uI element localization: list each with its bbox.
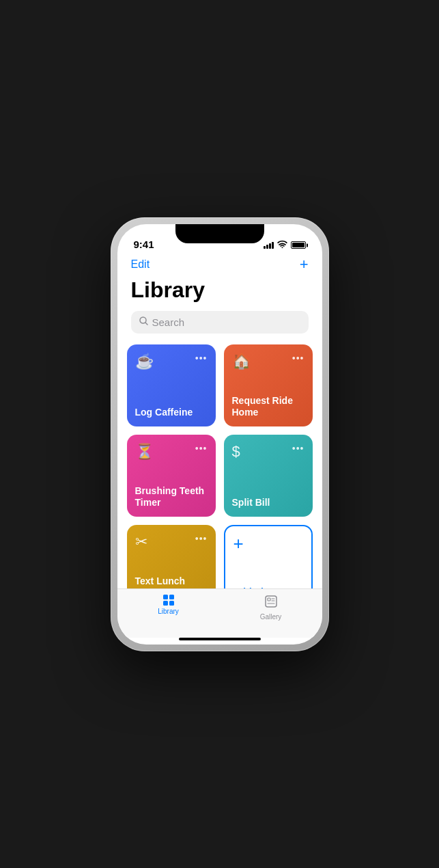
signal-icon <box>264 242 274 249</box>
status-time: 9:41 <box>134 239 154 250</box>
split-bill-icon: $ <box>232 443 240 461</box>
brushing-teeth-icon: ⏳ <box>135 443 154 461</box>
text-lunch-title: Text Lunch Order <box>135 575 208 588</box>
request-ride-menu[interactable]: ••• <box>292 353 305 364</box>
shortcut-card-split-bill[interactable]: $ ••• Split Bill <box>224 435 313 517</box>
log-caffeine-menu[interactable]: ••• <box>195 353 208 364</box>
add-button[interactable]: + <box>300 257 309 272</box>
search-bar[interactable]: Search <box>131 311 309 334</box>
app-content: Edit + Library Search <box>117 254 322 588</box>
shortcut-card-brushing-teeth[interactable]: ⏳ ••• Brushing Teeth Timer <box>127 435 216 517</box>
svg-rect-3 <box>268 598 270 601</box>
phone-frame: 9:41 <box>111 217 329 651</box>
text-lunch-icon: ✂ <box>135 533 147 551</box>
request-ride-icon: 🏠 <box>232 353 251 370</box>
shortcut-card-request-ride[interactable]: 🏠 ••• Request Ride Home <box>224 344 313 426</box>
home-indicator <box>179 638 261 640</box>
tab-gallery-label: Gallery <box>260 613 282 621</box>
brushing-teeth-title: Brushing Teeth Timer <box>135 485 208 508</box>
shortcut-card-log-caffeine[interactable]: ☕ ••• Log Caffeine <box>127 344 216 426</box>
add-shortcut-card[interactable]: + Add Shortcut <box>224 525 313 588</box>
brushing-teeth-menu[interactable]: ••• <box>195 443 208 454</box>
text-lunch-menu[interactable]: ••• <box>195 533 208 544</box>
phone-screen: 9:41 <box>117 224 322 645</box>
wifi-icon <box>277 241 287 250</box>
tab-library-label: Library <box>158 608 179 615</box>
nav-bar: Edit + <box>117 254 322 277</box>
page-title: Library <box>117 277 322 311</box>
log-caffeine-icon: ☕ <box>135 353 154 370</box>
shortcuts-grid: ☕ ••• Log Caffeine 🏠 ••• Request Ride Ho… <box>117 344 322 588</box>
split-bill-title: Split Bill <box>232 497 305 508</box>
shortcut-card-text-lunch[interactable]: ✂ ••• Text Lunch Order <box>127 525 216 588</box>
search-icon <box>139 316 148 327</box>
log-caffeine-title: Log Caffeine <box>135 407 208 418</box>
request-ride-title: Request Ride Home <box>232 395 305 418</box>
add-shortcut-plus: + <box>233 534 244 552</box>
tab-gallery[interactable]: Gallery <box>220 595 322 621</box>
search-placeholder: Search <box>152 316 185 328</box>
library-icon <box>163 595 174 606</box>
svg-line-1 <box>145 323 147 325</box>
notch <box>175 224 264 243</box>
edit-button[interactable]: Edit <box>131 258 150 271</box>
svg-rect-2 <box>266 596 277 607</box>
tab-library[interactable]: Library <box>117 595 220 615</box>
battery-icon <box>291 241 306 249</box>
split-bill-menu[interactable]: ••• <box>292 443 305 454</box>
status-icons <box>264 241 306 250</box>
tab-bar: Library Gallery <box>117 588 322 638</box>
gallery-icon <box>264 595 278 611</box>
